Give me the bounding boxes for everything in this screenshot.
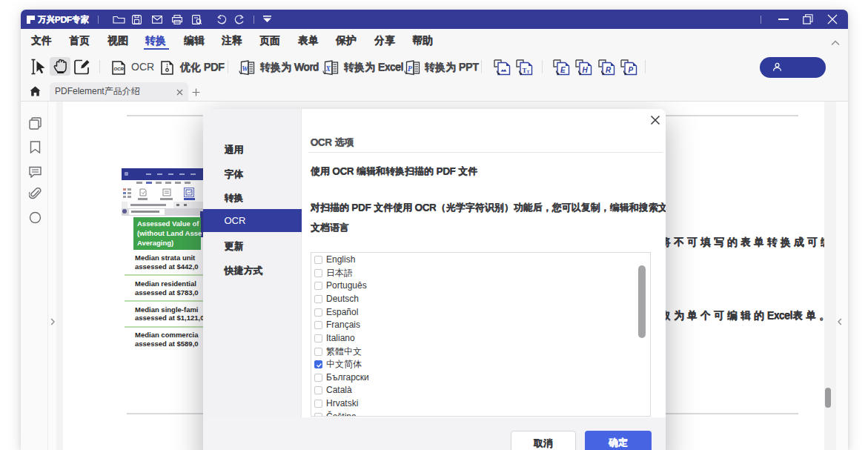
svg-text:W: W [242,65,248,73]
svg-text:P: P [629,66,634,74]
svg-text:P: P [408,65,412,73]
svg-text:E: E [560,66,566,74]
svg-text:X: X [325,65,331,73]
svg-text:OCR: OCR [114,67,125,71]
svg-text:T: T [527,70,530,74]
svg-text:H: H [583,66,589,74]
svg-text:R: R [606,66,612,74]
